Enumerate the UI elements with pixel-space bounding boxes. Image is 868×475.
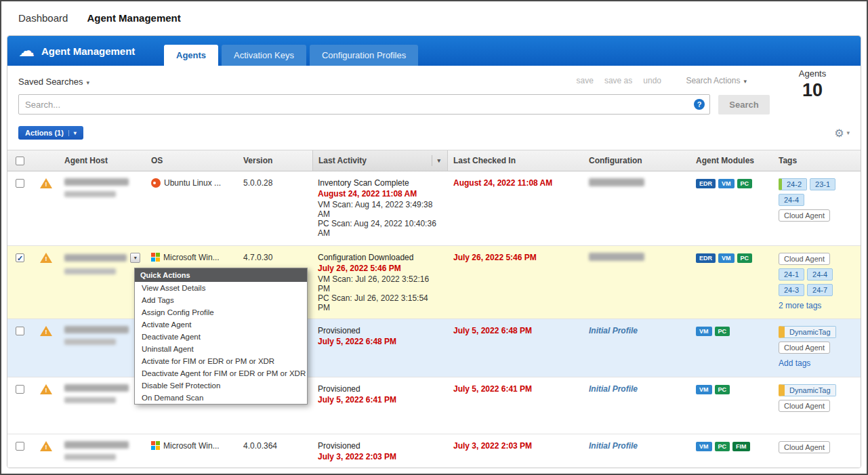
agent-host-cell[interactable]: ▾ bbox=[59, 253, 146, 276]
tag[interactable]: 24-2 bbox=[779, 178, 807, 190]
agent-modules-cell: EDRVMPC bbox=[690, 178, 773, 188]
column-last-activity[interactable]: Last Activity▾ bbox=[312, 150, 448, 171]
menu-item-add-tags[interactable]: Add Tags bbox=[135, 294, 307, 306]
column-tags[interactable]: Tags bbox=[773, 156, 861, 165]
select-all-cell bbox=[7, 156, 35, 165]
tab-activation-keys[interactable]: Activation Keys bbox=[222, 45, 306, 66]
help-icon[interactable]: ? bbox=[694, 99, 705, 110]
tags-link[interactable]: 2 more tags bbox=[779, 302, 855, 310]
search-button[interactable]: Search bbox=[718, 95, 770, 115]
tag[interactable]: 23-1 bbox=[810, 178, 835, 190]
row-select-cell bbox=[7, 178, 35, 188]
row-checkbox[interactable] bbox=[16, 327, 24, 335]
agent-host-cell[interactable] bbox=[59, 384, 146, 405]
redacted-host-name bbox=[64, 441, 129, 449]
tab-agents[interactable]: Agents bbox=[164, 45, 218, 66]
menu-item-activate-agent[interactable]: Activate Agent bbox=[135, 318, 307, 331]
tag[interactable]: Cloud Agent bbox=[779, 441, 830, 453]
menu-item-deactivate-agent[interactable]: Deactivate Agent bbox=[135, 331, 307, 343]
menu-item-on-demand-scan[interactable]: On Demand Scan bbox=[135, 392, 307, 404]
agents-count: 10 bbox=[789, 80, 836, 101]
agent-modules-cell: VMPC bbox=[690, 384, 773, 394]
tag[interactable]: DynamicTag bbox=[779, 326, 836, 338]
column-version[interactable]: Version bbox=[238, 156, 312, 165]
row-checkbox[interactable] bbox=[16, 385, 24, 394]
nav-dashboard[interactable]: Dashboard bbox=[18, 12, 68, 24]
search-input[interactable] bbox=[18, 94, 710, 115]
redacted-host-name bbox=[64, 254, 127, 262]
save-link[interactable]: save bbox=[577, 76, 594, 85]
tag[interactable]: 24-4 bbox=[807, 268, 833, 281]
table-row: !Ubuntu Linux ...5.0.0.28Inventory Scan … bbox=[7, 171, 861, 246]
tag[interactable]: 24-3 bbox=[779, 284, 804, 296]
tag[interactable]: 24-4 bbox=[779, 194, 804, 206]
warning-cell: ! bbox=[35, 384, 59, 394]
saved-searches-dropdown[interactable]: Saved Searches▾ bbox=[18, 77, 89, 87]
tag[interactable]: Cloud Agent bbox=[779, 400, 830, 412]
tab-configuration-profiles[interactable]: Configuration Profiles bbox=[310, 45, 418, 66]
row-checkbox[interactable] bbox=[16, 442, 24, 451]
column-os[interactable]: OS bbox=[146, 156, 238, 165]
module-badge-vm: VM bbox=[696, 327, 712, 336]
windows-os-icon bbox=[151, 441, 160, 450]
quick-actions-button[interactable]: ▾ bbox=[130, 253, 140, 263]
agent-host-cell[interactable] bbox=[59, 178, 146, 199]
module-badge-edr: EDR bbox=[696, 179, 716, 188]
menu-item-uninstall-agent[interactable]: Uninstall Agent bbox=[135, 343, 307, 355]
configuration-profile[interactable]: Initial Profile bbox=[589, 326, 638, 335]
column-agent-host[interactable]: Agent Host bbox=[59, 156, 146, 165]
tags-link[interactable]: Add tags bbox=[779, 359, 855, 367]
row-checkbox[interactable] bbox=[16, 179, 24, 188]
column-last-checked-in[interactable]: Last Checked In bbox=[448, 156, 583, 165]
agent-version: 4.0.0.364 bbox=[238, 441, 312, 451]
menu-item-view-asset-details[interactable]: View Asset Details bbox=[135, 282, 307, 294]
actions-button[interactable]: Actions (1)▾ bbox=[18, 126, 83, 140]
configuration-profile[interactable]: Initial Profile bbox=[589, 441, 638, 451]
column-configuration[interactable]: Configuration bbox=[583, 156, 690, 165]
chevron-down-icon: ▾ bbox=[86, 79, 89, 86]
module-badge-edr: EDR bbox=[696, 253, 716, 263]
module-badge-vm: VM bbox=[696, 442, 712, 451]
configuration-cell: Initial Profile bbox=[583, 326, 690, 335]
tags-cell: 24-223-124-4Cloud Agent bbox=[773, 178, 861, 225]
last-checked-in: August 24, 2022 11:08 AM bbox=[448, 178, 583, 188]
header-tabs: AgentsActivation KeysConfiguration Profi… bbox=[164, 45, 418, 66]
controls: Saved Searches▾ save save as undo Search… bbox=[7, 66, 861, 142]
os-cell: Microsoft Win... bbox=[146, 253, 238, 262]
redacted-host-name bbox=[64, 384, 129, 392]
tag[interactable]: Cloud Agent bbox=[779, 209, 830, 222]
sort-dropdown-icon[interactable]: ▾ bbox=[432, 155, 442, 166]
tag[interactable]: 24-1 bbox=[779, 268, 804, 281]
agent-host-cell[interactable] bbox=[59, 441, 146, 462]
menu-item-activate-for-fim-or-edr-or-pm-or-xdr[interactable]: Activate for FIM or EDR or PM or XDR bbox=[135, 355, 307, 367]
gear-icon[interactable]: ⚙ bbox=[834, 127, 844, 140]
agent-modules-cell: EDRVMPC bbox=[690, 253, 773, 263]
menu-item-disable-self-protection[interactable]: Disable Self Protection bbox=[135, 379, 307, 392]
tag[interactable]: Cloud Agent bbox=[779, 253, 830, 265]
tag[interactable]: DynamicTag bbox=[779, 384, 836, 396]
warning-icon: ! bbox=[40, 441, 52, 451]
column-agent-modules[interactable]: Agent Modules bbox=[690, 156, 773, 165]
configuration-profile[interactable]: Initial Profile bbox=[589, 384, 638, 394]
warning-icon: ! bbox=[40, 253, 52, 263]
nav-agent-management[interactable]: Agent Management bbox=[87, 12, 180, 24]
last-activity-cell: ProvisionedJuly 3, 2022 2:03 PM bbox=[312, 441, 448, 463]
row-select-cell bbox=[7, 384, 35, 394]
select-all-checkbox[interactable] bbox=[16, 157, 24, 165]
search-actions-dropdown[interactable]: Search Actions▾ bbox=[686, 76, 747, 85]
redacted-configuration bbox=[589, 253, 644, 261]
chevron-down-icon[interactable]: ▾ bbox=[846, 129, 850, 136]
menu-item-deactivate-agent-for-fim-or-edr-or-pm-or-xdr[interactable]: Deactivate Agent for FIM or EDR or PM or… bbox=[135, 367, 307, 379]
tag[interactable]: Cloud Agent bbox=[779, 342, 830, 354]
tag[interactable]: 24-7 bbox=[807, 284, 833, 296]
undo-link[interactable]: undo bbox=[643, 76, 661, 85]
settings-controls: ⚙ ▾ bbox=[834, 127, 850, 140]
menu-item-assign-config-profile[interactable]: Assign Config Profile bbox=[135, 306, 307, 318]
row-checkbox[interactable]: ✓ bbox=[16, 253, 24, 262]
agent-host-cell[interactable] bbox=[59, 326, 146, 347]
search-actions-label: Search Actions bbox=[686, 76, 740, 85]
chevron-down-icon: ▾ bbox=[68, 130, 77, 136]
scan-detail: VM Scan: Aug 14, 2022 3:49:38 AM bbox=[318, 200, 442, 219]
save-as-link[interactable]: save as bbox=[604, 76, 632, 85]
configuration-cell: Initial Profile bbox=[583, 441, 690, 451]
